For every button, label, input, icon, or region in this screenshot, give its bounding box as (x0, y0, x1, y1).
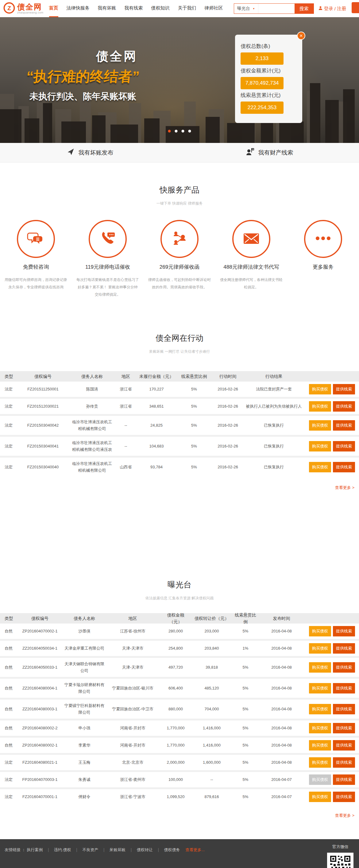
person-flag-icon (245, 147, 255, 158)
footer-more-link[interactable]: 查看更多... (185, 847, 205, 852)
cell-debtor: 申小强 (63, 724, 106, 732)
cell-debtor: 李素华 (63, 741, 106, 749)
cell-amount: 1,770,000 (159, 741, 192, 749)
footer-link-2[interactable]: 不良资产 (82, 847, 98, 852)
service-more-services[interactable]: 更多服务 (287, 220, 359, 298)
stats-panel: ✕ 债权总数(条)2,133债权金额累计(元)7,870,492,734线索悬赏… (235, 35, 302, 123)
cell-id: ZZ201604080004-1 (17, 684, 63, 692)
provide-clue-button[interactable]: 提供线索 (333, 704, 355, 714)
footer-link-1[interactable]: 违约.债权 (54, 847, 71, 852)
column-header: 债权金额（元） (159, 611, 192, 626)
nav-item-about-us[interactable]: 关于我们 (178, 0, 197, 17)
logo[interactable]: Z 债全网 zhaiquanwang.com (3, 2, 43, 16)
close-icon[interactable]: ✕ (297, 32, 305, 40)
stat-value: 222,254,353 (241, 101, 283, 114)
provide-clue-button[interactable]: 提供线索 (333, 683, 355, 693)
corner-tab-button[interactable] (352, 2, 359, 13)
buy-debt-button[interactable]: 购买债权 (309, 757, 331, 768)
provide-clue-button[interactable]: 提供线索 (333, 757, 355, 768)
buy-debt-button[interactable]: 购买债权 (309, 774, 331, 785)
cell-type: 法定 (0, 793, 17, 801)
carousel-dot[interactable] (182, 130, 184, 132)
service-collection-letter[interactable]: 269元律师催收函律师去函催收，可起到协助中断诉讼时效的作用。简便高效的催收手段… (144, 220, 215, 298)
cell-type: 自然 (0, 724, 17, 732)
footer-links: 友情链接 ： 执行案例｜违约.债权｜不良资产｜呆账坏账｜债权转让｜债权债务 查看… (5, 847, 354, 852)
buy-debt-button[interactable]: 购买债权 (309, 704, 331, 714)
buy-debt-button[interactable]: 购买债权 (309, 384, 331, 395)
buy-debt-button[interactable]: 购买债权 (309, 462, 331, 472)
login-link[interactable]: 登录 (324, 6, 333, 12)
buy-debt-button[interactable]: 购买债权 (309, 643, 331, 654)
provide-clue-button[interactable]: 提供线索 (333, 401, 355, 412)
provide-clue-button[interactable]: 提供线索 (333, 420, 355, 431)
buy-debt-button[interactable]: 购买债权 (309, 401, 331, 412)
buy-debt-button[interactable]: 购买债权 (309, 626, 331, 637)
cell-debtor: 临汾市壮博液压农机工程机械有限公司液压农 (69, 439, 115, 454)
nav-item-my-clues[interactable]: 我有线索 (125, 0, 143, 17)
provide-clue-button[interactable]: 提供线索 (333, 384, 355, 395)
nav-item-debt-knowledge[interactable]: 债权知识 (151, 0, 170, 17)
cell-price: 203,000 (192, 627, 232, 635)
search-button[interactable]: 搜索 (295, 4, 313, 13)
table-header-row: 类型债权编号债务人名称地区未履行金额（元）线索悬赏比例行动时间行动结果 (0, 371, 359, 381)
service-label: 免费轻咨询 (0, 264, 72, 271)
footer-link-0[interactable]: 执行案例 (27, 847, 43, 852)
buy-debt-button[interactable]: 购买债权 (309, 420, 331, 431)
provide-clue-button[interactable]: 提供线索 (333, 643, 355, 654)
provide-clue-button[interactable]: 提供线索 (333, 740, 355, 750)
column-header: 未履行金额（元） (137, 372, 176, 380)
buy-debt-button[interactable]: 购买债权 (309, 441, 331, 452)
footer-link-3[interactable]: 呆账坏账 (110, 847, 125, 852)
service-phone-collection[interactable]: 119元律师电话催收每次打电话要账钱是不是在心里练习了好多遍？累不累！ 要账这种… (72, 220, 144, 298)
carousel-dot[interactable] (168, 130, 171, 132)
buy-debt-button[interactable]: 购买债权 (309, 740, 331, 750)
service-description: 律师去函催收，可起到协助中断诉讼时效的作用。简便高效的催收手段。 (148, 276, 211, 291)
nav-item-lawyer-community[interactable]: 律师社区 (205, 0, 223, 17)
register-link[interactable]: 注册 (337, 6, 346, 12)
column-header: 类型 (0, 372, 17, 380)
provide-clue-button[interactable]: 提供线索 (333, 792, 355, 802)
provide-clue-button[interactable]: 提供线索 (333, 626, 355, 637)
footer-link-5[interactable]: 债权债务 (164, 847, 180, 852)
paper-plane-icon (66, 148, 75, 158)
search-category-select[interactable]: 曝光台 ▼ (234, 4, 258, 13)
column-header: 行动时间 (212, 372, 244, 380)
property-clue-link[interactable]: 我有财产线索 (179, 143, 359, 162)
buy-debt-button[interactable]: 购买债权 (309, 723, 331, 733)
view-more-link[interactable]: 查看更多 > (335, 485, 354, 490)
provide-clue-button[interactable]: 提供线索 (333, 662, 355, 673)
cell-date: 2016-04-08 (259, 741, 304, 749)
cell-region: 宁夏回族自治区-中卫市 (106, 705, 159, 713)
cell-date: 2016-02-26 (212, 385, 244, 393)
nav-item-my-baddebt[interactable]: 我有坏账 (98, 0, 116, 17)
nav-item-legal-express[interactable]: 法律快服务 (67, 0, 90, 17)
row-actions: 购买债权提供线索 (304, 704, 359, 714)
table-row: 法定FP201604070003-1朱勇诚浙江省-衢州市100,000--5%2… (0, 772, 359, 787)
buy-debt-button[interactable]: 购买债权 (309, 683, 331, 693)
view-more-link[interactable]: 查看更多 > (335, 813, 354, 818)
cell-price: -- (192, 776, 232, 784)
stat-label: 债权总数(条) (241, 43, 302, 50)
carousel-dot[interactable] (175, 130, 178, 132)
row-actions: 购买债权提供线索 (304, 626, 359, 637)
service-free-consult[interactable]: 免费轻咨询用微信即可向律师咨询，咨询记录记录永久保存，专业律师提供在线咨询 (0, 220, 72, 298)
provide-clue-button[interactable]: 提供线索 (333, 462, 355, 472)
provide-clue-button[interactable]: 提供线索 (333, 441, 355, 452)
nav-item-home[interactable]: 首页 (49, 0, 58, 17)
provide-clue-button[interactable]: 提供线索 (333, 774, 355, 785)
search-input[interactable] (258, 4, 295, 13)
cell-amount: 1,770,000 (159, 724, 192, 732)
chevron-down-icon: ▼ (252, 7, 255, 10)
table-row: 自然ZP201604080002-2申小强河南省-开封市1,770,0001,4… (0, 720, 359, 736)
column-header (304, 376, 359, 377)
buy-debt-button[interactable]: 购买债权 (309, 792, 331, 802)
footer-link-4[interactable]: 债权转让 (137, 847, 153, 852)
service-circle (232, 220, 270, 258)
provide-clue-button[interactable]: 提供线索 (333, 723, 355, 733)
carousel-dot[interactable] (188, 130, 191, 132)
row-actions: 购买债权提供线索 (304, 792, 359, 802)
buy-debt-button[interactable]: 购买债权 (309, 662, 331, 673)
service-document-writing[interactable]: 488元律师法律文书代写债全网注册律师代写，各种法律文书轻松搞定。 (215, 220, 287, 298)
publish-baddebt-link[interactable]: 我有坏账发布 (0, 143, 179, 162)
banner-subtitle: 未执行判决、陈年呆账坏账 (22, 91, 144, 103)
